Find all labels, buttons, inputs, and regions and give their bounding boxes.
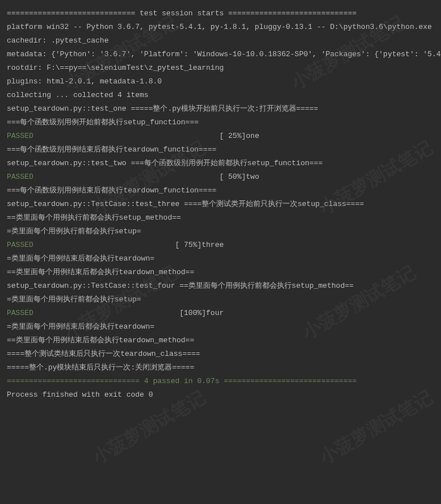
- progress-one: [ 25%]one: [33, 132, 259, 140]
- progress-two: [ 50%]two: [33, 173, 259, 181]
- progress-four: [100%]four: [33, 309, 224, 317]
- collecting-info: collecting ... collected 4 items: [7, 89, 434, 102]
- summary-line: ============================== 4 passed …: [7, 375, 434, 388]
- rootdir-info: rootdir: F:\==py==\seleniumTest\z_pytest…: [7, 61, 434, 75]
- plugins-info: plugins: html-2.0.1, metadata-1.8.0: [7, 75, 434, 89]
- passed-status: PASSED: [7, 309, 33, 317]
- setup-method-msg: ==类里面每个用例执行前都会执行setup_method==: [7, 211, 434, 225]
- test-three-setup-class: setup_teardown.py::TestCase::test_three …: [7, 198, 434, 211]
- metadata-info: metadata: {'Python': '3.6.7', 'Platform'…: [7, 48, 434, 61]
- cachedir-info: cachedir: .pytest_cache: [7, 34, 434, 48]
- teardown-function-msg: ===每个函数级别用例结束后都执行teardown_function====: [7, 143, 434, 157]
- session-header: ============================= test sessi…: [7, 7, 434, 20]
- terminal-output: ============================= test sessi…: [7, 7, 434, 402]
- test-three-result: PASSED [ 75%]three: [7, 238, 434, 252]
- setup-msg: =类里面每个用例执行前都会执行setup=: [7, 225, 434, 238]
- setup-msg: =类里面每个用例执行前都会执行setup=: [7, 293, 434, 306]
- test-two-setup: setup_teardown.py::test_two ===每个函数级别用例开…: [7, 157, 434, 170]
- test-four-setup: setup_teardown.py::TestCase::test_four =…: [7, 279, 434, 293]
- progress-three: [ 75%]three: [33, 241, 224, 249]
- setup-function-msg: ===每个函数级别用例开始前都执行setup_function===: [7, 116, 434, 129]
- module-teardown-msg: =====整个.py模块结束后只执行一次:关闭浏览器=====: [7, 361, 434, 375]
- test-two-result: PASSED [ 50%]two: [7, 170, 434, 184]
- teardown-method-msg: ==类里面每个用例结束后都会执行teardown_method==: [7, 266, 434, 279]
- teardown-method-msg: ==类里面每个用例结束后都会执行teardown_method==: [7, 334, 434, 347]
- platform-info: platform win32 -- Python 3.6.7, pytest-5…: [7, 20, 434, 34]
- test-four-result: PASSED [100%]four: [7, 306, 434, 320]
- teardown-class-msg: ====整个测试类结束后只执行一次teardown_class====: [7, 347, 434, 361]
- passed-status: PASSED: [7, 241, 33, 249]
- passed-status: PASSED: [7, 132, 33, 140]
- teardown-msg: =类里面每个用例结束后都会执行teardown=: [7, 320, 434, 334]
- passed-status: PASSED: [7, 173, 33, 181]
- teardown-function-msg: ===每个函数级别用例结束后都执行teardown_function====: [7, 184, 434, 198]
- test-one-result: PASSED [ 25%]one: [7, 129, 434, 143]
- exit-code-line: Process finished with exit code 0: [7, 388, 434, 402]
- test-one-setup: setup_teardown.py::test_one =====整个.py模块…: [7, 102, 434, 116]
- teardown-msg: =类里面每个用例结束后都会执行teardown=: [7, 252, 434, 266]
